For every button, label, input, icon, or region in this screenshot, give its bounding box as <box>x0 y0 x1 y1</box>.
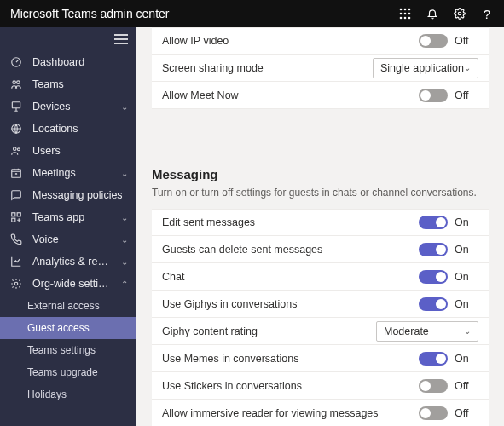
row-immersive: Allow immersive reader for viewing messa… <box>152 400 489 426</box>
select-value: Moderate <box>384 325 429 337</box>
svg-point-5 <box>408 13 411 15</box>
sidebar: DashboardTeamsDevices⌄LocationsUsersMeet… <box>0 27 136 426</box>
row-label: Screen sharing mode <box>162 62 373 74</box>
row-memes: Use Memes in conversations On <box>152 345 489 372</box>
section-desc-messaging: Turn on or turn off settings for guests … <box>136 183 504 209</box>
svg-point-14 <box>13 81 15 84</box>
sidebar-item-teams[interactable]: Teams <box>0 73 136 95</box>
toggle-state: On <box>455 298 478 310</box>
row-chat: Chat On <box>152 263 489 291</box>
sidebar-item-dashboard[interactable]: Dashboard <box>0 51 136 73</box>
toggle-memes[interactable] <box>419 352 448 366</box>
row-allow-ip-video: Allow IP video Off <box>152 27 489 55</box>
svg-point-1 <box>404 9 407 11</box>
svg-rect-16 <box>12 102 20 108</box>
nav-label: Voice <box>32 233 113 245</box>
chevron-down-icon: ⌄ <box>121 235 128 245</box>
svg-point-19 <box>17 148 20 151</box>
chevron-down-icon: ⌄ <box>121 102 128 112</box>
sidebar-subitem-external-access[interactable]: External access <box>0 295 136 317</box>
select-giphy-rating[interactable]: Moderate ⌄ <box>376 321 478 342</box>
row-stickers: Use Stickers in conversations Off <box>152 372 489 400</box>
message-icon <box>10 189 24 201</box>
toggle-immersive[interactable] <box>419 406 448 420</box>
sidebar-subitem-holidays[interactable]: Holidays <box>0 383 136 406</box>
chevron-down-icon: ⌄ <box>464 326 471 336</box>
row-guests-delete: Guests can delete sent messages On <box>152 236 489 263</box>
hamburger-icon[interactable] <box>0 27 136 51</box>
row-label: Allow IP video <box>162 35 419 47</box>
analytics-icon <box>10 256 24 268</box>
chevron-down-icon: ⌄ <box>121 257 128 267</box>
bell-icon[interactable] <box>426 7 439 20</box>
toggle-state: On <box>455 244 478 256</box>
app-icon <box>10 211 24 223</box>
toggle-state: On <box>455 271 478 283</box>
waffle-icon[interactable] <box>398 7 412 20</box>
nav-label: Messaging policies <box>32 189 128 201</box>
nav-label: Devices <box>32 101 113 112</box>
toggle-stickers[interactable] <box>419 379 448 393</box>
users-icon <box>10 145 24 157</box>
svg-point-18 <box>14 147 17 151</box>
toggle-state: Off <box>455 407 478 419</box>
gear-icon[interactable] <box>453 7 466 20</box>
row-giphy-rating: Giphy content rating Moderate ⌄ <box>152 318 489 345</box>
toggle-state: Off <box>455 89 478 101</box>
toggle-edit-sent[interactable] <box>419 216 448 229</box>
sidebar-item-org-wide-settings[interactable]: Org-wide settings⌃ <box>0 273 136 295</box>
svg-point-6 <box>400 17 403 20</box>
nav-label: Teams app <box>32 211 113 223</box>
sidebar-item-users[interactable]: Users <box>0 140 136 162</box>
gear-icon <box>10 278 24 290</box>
nav-label: Meetings <box>32 167 113 179</box>
toggle-chat[interactable] <box>419 270 448 284</box>
svg-rect-23 <box>12 218 15 222</box>
svg-point-3 <box>400 13 403 15</box>
app-title: Microsoft Teams admin center <box>10 7 398 20</box>
sidebar-subitem-teams-upgrade[interactable]: Teams upgrade <box>0 361 136 383</box>
row-label: Allow Meet Now <box>162 89 419 101</box>
row-label: Allow immersive reader for viewing messa… <box>162 407 419 419</box>
nav-label: Dashboard <box>32 56 128 68</box>
chevron-down-icon: ⌄ <box>121 213 128 222</box>
sidebar-item-devices[interactable]: Devices⌄ <box>0 95 136 118</box>
row-label: Use Giphys in conversations <box>162 298 419 310</box>
row-edit-sent: Edit sent messages On <box>152 209 489 236</box>
row-label: Use Memes in conversations <box>162 353 419 365</box>
toggle-giphys[interactable] <box>419 297 448 311</box>
nav-label: Analytics & reports <box>32 256 113 268</box>
nav-list: DashboardTeamsDevices⌄LocationsUsersMeet… <box>0 51 136 406</box>
toggle-state: Off <box>455 380 478 392</box>
row-giphys: Use Giphys in conversations On <box>152 291 489 318</box>
sidebar-item-analytics-reports[interactable]: Analytics & reports⌄ <box>0 250 136 273</box>
sidebar-subitem-teams-settings[interactable]: Teams settings <box>0 339 136 361</box>
chevron-down-icon: ⌄ <box>121 169 128 178</box>
svg-point-8 <box>408 17 411 20</box>
topbar: Microsoft Teams admin center ? <box>0 0 504 27</box>
phone-icon <box>10 233 24 245</box>
section-title-messaging: Messaging <box>136 162 504 183</box>
select-screen-sharing[interactable]: Single application ⌄ <box>373 58 478 78</box>
sidebar-item-locations[interactable]: Locations <box>0 118 136 140</box>
sidebar-subitem-guest-access[interactable]: Guest access <box>0 317 136 339</box>
sidebar-item-meetings[interactable]: Meetings⌄ <box>0 162 136 184</box>
sidebar-item-teams-app[interactable]: Teams app⌄ <box>0 206 136 228</box>
toggle-guests-delete[interactable] <box>419 243 448 256</box>
toggle-allow-ip-video[interactable] <box>419 34 448 48</box>
row-screen-sharing: Screen sharing mode Single application ⌄ <box>152 55 489 82</box>
select-value: Single application <box>380 62 464 74</box>
sidebar-item-messaging-policies[interactable]: Messaging policies <box>0 184 136 206</box>
help-icon[interactable]: ? <box>480 7 494 20</box>
svg-point-2 <box>408 9 411 11</box>
chevron-down-icon: ⌄ <box>464 63 471 72</box>
toggle-allow-meet-now[interactable] <box>419 89 448 102</box>
topbar-actions: ? <box>398 7 494 20</box>
row-label: Edit sent messages <box>162 216 419 228</box>
svg-point-24 <box>14 282 18 285</box>
row-allow-meet-now: Allow Meet Now Off <box>152 82 489 109</box>
speedometer-icon <box>10 56 24 68</box>
sidebar-item-voice[interactable]: Voice⌄ <box>0 228 136 250</box>
svg-rect-21 <box>12 213 15 216</box>
content-pane[interactable]: Allow IP video Off Screen sharing mode S… <box>136 27 504 426</box>
